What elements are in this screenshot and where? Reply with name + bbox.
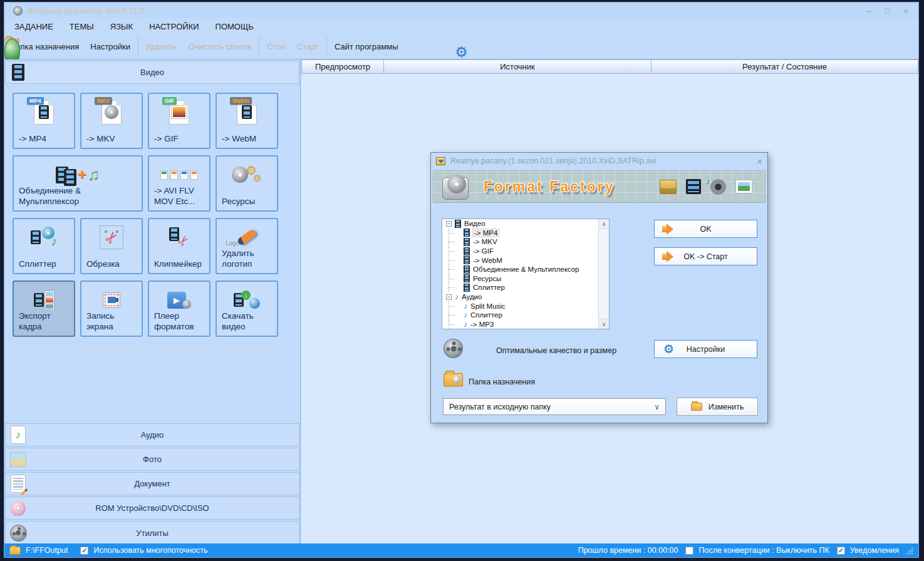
tree-item-gif[interactable]: -> GIF xyxy=(442,247,609,256)
note-icon: ♪ xyxy=(464,302,467,310)
maximize-button[interactable]: □ xyxy=(885,7,890,15)
section-document[interactable]: Документ xyxy=(5,472,299,495)
change-folder-button[interactable]: Изменить xyxy=(677,398,758,416)
main-window: Фабрика форматов X64 5.11.0 – □ × ЗАДАНИ… xyxy=(4,2,919,558)
tile-resources[interactable]: ⚙ ⚙ Ресурсы xyxy=(215,155,278,212)
film-icon xyxy=(464,284,470,292)
quality-label: Оптимальные качество и размер xyxy=(496,346,616,355)
tree-node-video[interactable]: − Видео xyxy=(442,219,609,229)
avi-flv-files-icon xyxy=(149,161,209,188)
tree-item-audio-splitter[interactable]: ♪ Сплиттер xyxy=(442,311,609,320)
tree-item-mp4[interactable]: -> MP4 xyxy=(442,229,609,238)
section-photo[interactable]: Фото xyxy=(5,448,299,471)
tile-screen-record[interactable]: Запись экрана xyxy=(80,280,143,337)
menu-language[interactable]: ЯЗЫК xyxy=(110,22,133,31)
tile-remove-logo[interactable]: Logo Удалить логотип xyxy=(215,218,278,274)
shutdown-checkbox[interactable] xyxy=(685,547,693,555)
eraser-icon: Logo xyxy=(217,224,277,251)
crop-scissors-icon: ✂ xyxy=(81,224,142,251)
format-tree[interactable]: − Видео -> MP4 -> MKV -> GIF -> WebM xyxy=(442,219,610,329)
tree-item-mp3[interactable]: ♪ -> MP3 xyxy=(442,320,609,329)
dialog-title-bar: Realnye.pacany.(1.sezon.021.serija).2010… xyxy=(431,153,767,169)
dialog-close-button[interactable]: × xyxy=(757,157,762,166)
column-preview[interactable]: Предпросмотр xyxy=(301,59,384,74)
dialog-icon xyxy=(436,157,445,165)
tile-clipmaker[interactable]: ✂ Клипмейкер xyxy=(148,218,210,274)
output-folder-select[interactable]: Результат в исходную папку ∨ xyxy=(443,398,666,415)
film-icon xyxy=(464,229,470,237)
output-path[interactable]: F:\FFOutput xyxy=(26,546,68,555)
toolbar: Папка назначения ⚙ Настройки Удалить × О… xyxy=(4,34,918,59)
ok-start-button[interactable]: OK -> Старт xyxy=(654,247,757,265)
tree-item-webm[interactable]: -> WebM xyxy=(442,255,609,265)
tile-to-gif[interactable]: GIF -> GIF xyxy=(148,93,210,149)
tile-to-mkv[interactable]: MKV -> MKV xyxy=(80,93,143,149)
close-button[interactable]: × xyxy=(903,7,908,15)
section-utilities[interactable]: Утилиты xyxy=(5,521,299,545)
tile-format-player[interactable]: ▶ Плеер форматов xyxy=(148,280,210,337)
tile-splitter[interactable]: ♪ Сплиттер xyxy=(13,218,75,274)
film-icon xyxy=(464,274,470,282)
elapsed-time: Прошло времени : 00:00:00 xyxy=(578,546,678,555)
orange-arrow-icon xyxy=(662,251,673,262)
chevron-down-icon: ∨ xyxy=(654,403,660,411)
tree-item-mux[interactable]: Объединение & Мультиплексор xyxy=(442,265,609,274)
note-icon: ♪ xyxy=(464,321,467,328)
ok-button[interactable]: OK xyxy=(654,220,757,238)
tile-crop[interactable]: ✂ Обрезка xyxy=(80,218,143,274)
dest-folder-icon xyxy=(444,373,463,387)
tree-item-split-music[interactable]: ♪ Split Music xyxy=(442,301,609,311)
tile-to-mp4[interactable]: MP4 -> MP4 xyxy=(13,93,75,149)
tile-to-webm[interactable]: Webm -> WebM xyxy=(215,93,278,149)
banner-title: Format Factory xyxy=(484,178,615,195)
film-icon xyxy=(464,265,470,274)
tree-scrollbar[interactable]: ∧ ∨ xyxy=(598,219,609,329)
film-icon xyxy=(464,238,470,246)
mp4-file-icon: MP4 xyxy=(14,98,74,126)
tree-item-resources[interactable]: Ресурсы xyxy=(442,274,609,284)
section-video-header[interactable]: Видео xyxy=(5,61,299,84)
tile-to-avi-flv[interactable]: -> AVI FLV MOV Etc... xyxy=(148,155,210,212)
notifications-checkbox[interactable]: ✓ xyxy=(837,547,845,555)
format-sidebar: Видео MP4 -> MP4 MKV -> MKV GIF -> GIF W… xyxy=(4,59,301,543)
tree-item-mkv[interactable]: -> MKV xyxy=(442,237,609,247)
archive-icon xyxy=(660,180,677,194)
resize-grip[interactable] xyxy=(905,547,913,555)
dialog-settings-button[interactable]: ⚙ Настройки xyxy=(654,340,757,358)
menu-task[interactable]: ЗАДАНИЕ xyxy=(14,22,53,31)
column-source[interactable]: Источник xyxy=(384,59,651,74)
scroll-up-arrow[interactable]: ∧ xyxy=(599,219,609,229)
tree-node-audio[interactable]: − ♪ Аудио xyxy=(442,292,609,302)
multithread-checkbox[interactable]: ✓ xyxy=(80,547,88,555)
shutdown-label: После конвертации : Выключить ПК xyxy=(698,546,829,555)
disc-icon xyxy=(9,500,27,517)
column-result-state[interactable]: Результат / Состояние xyxy=(651,59,918,74)
film-icon xyxy=(9,64,27,81)
section-audio[interactable]: ♪ Аудио xyxy=(5,423,299,446)
tile-download-video[interactable]: ↓ Скачать видео xyxy=(215,280,278,337)
collapse-toggle[interactable]: − xyxy=(446,221,452,227)
tile-export-frame[interactable]: Экспорт кадра xyxy=(13,280,75,337)
menu-options[interactable]: НАСТРОЙКИ xyxy=(149,22,199,31)
picture-icon xyxy=(735,180,752,193)
dialog-title: Realnye.pacany.(1.sezon.021.serija).2010… xyxy=(450,157,656,165)
audio-file-icon: ♪ xyxy=(9,426,27,444)
film-reel-icon xyxy=(9,524,27,542)
tree-item-splitter[interactable]: Сплиттер xyxy=(442,283,609,292)
output-folder-icon[interactable] xyxy=(9,547,21,555)
orange-arrow-icon xyxy=(662,224,673,235)
tile-mux-join[interactable]: + ♫ Объединение & Мультиплексор xyxy=(13,155,143,212)
webm-file-icon: Webm xyxy=(217,98,277,126)
format-factory-banner: Format Factory xyxy=(433,170,766,203)
section-rom-device[interactable]: ROM Устройство\DVD\CD\ISO xyxy=(5,497,299,520)
tree-item-clipped[interactable]: ♪ xyxy=(442,329,609,329)
quality-reel-icon xyxy=(444,339,463,358)
scroll-down-arrow[interactable]: ∨ xyxy=(599,319,609,329)
menu-themes[interactable]: ТЕМЫ xyxy=(70,22,94,31)
collapse-toggle[interactable]: − xyxy=(446,294,452,300)
menu-help[interactable]: ПОМОЩЬ xyxy=(215,22,254,31)
minimize-button[interactable]: – xyxy=(866,7,871,15)
player-icon: ▶ xyxy=(149,286,209,314)
settings-button[interactable]: ⚙ Настройки xyxy=(85,34,136,59)
dest-folder-label: Папка назначения xyxy=(469,378,535,386)
